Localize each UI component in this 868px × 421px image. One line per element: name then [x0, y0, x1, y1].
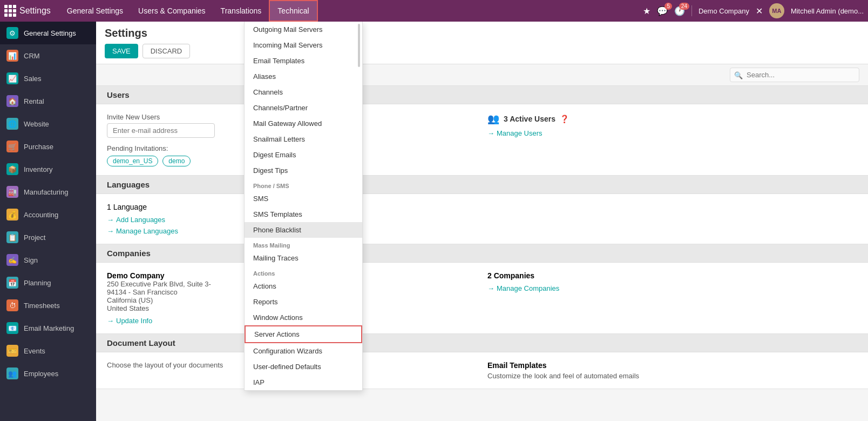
dropdown-user-defaults[interactable]: User-defined Defaults	[245, 359, 362, 375]
close-icon[interactable]: ✕	[756, 6, 763, 16]
dropdown-aliases[interactable]: Aliases	[245, 69, 362, 84]
star-icon[interactable]: ★	[643, 6, 650, 16]
clock-badge: 24	[679, 3, 689, 10]
dropdown-digest-tips[interactable]: Digest Tips	[245, 163, 362, 178]
clock-icon[interactable]: 🕐 24	[674, 6, 685, 16]
dropdown-reports[interactable]: Reports	[245, 294, 362, 310]
chat-badge: 5	[664, 3, 672, 10]
nav-technical[interactable]: Technical	[269, 0, 317, 22]
dropdown-window-actions[interactable]: Window Actions	[245, 310, 362, 325]
technical-dropdown: Outgoing Mail Servers Incoming Mail Serv…	[244, 22, 363, 391]
dropdown-overlay: Outgoing Mail Servers Incoming Mail Serv…	[0, 22, 868, 421]
dropdown-sms-templates[interactable]: SMS Templates	[245, 206, 362, 222]
navbar: Settings General Settings Users & Compan…	[0, 0, 868, 22]
navbar-menu: General Settings Users & Companies Trans…	[59, 0, 643, 22]
dropdown-iap[interactable]: IAP	[245, 375, 362, 390]
dropdown-channels[interactable]: Channels	[245, 84, 362, 100]
scroll-indicator	[358, 24, 360, 67]
nav-translations[interactable]: Translations	[213, 0, 269, 22]
divider	[691, 5, 692, 16]
nav-users-companies[interactable]: Users & Companies	[131, 0, 213, 22]
dropdown-mail-gateway[interactable]: Mail Gateway Allowed	[245, 116, 362, 131]
actions-section-label: Actions	[245, 266, 362, 278]
user-name: Mitchell Admin (demo...	[791, 7, 864, 15]
phone-sms-section-label: Phone / SMS	[245, 178, 362, 191]
navbar-brand[interactable]: Settings	[4, 5, 51, 17]
chat-icon[interactable]: 💬 5	[657, 6, 668, 16]
dropdown-digest-emails[interactable]: Digest Emails	[245, 147, 362, 163]
mass-mailing-section-label: Mass Mailing	[245, 238, 362, 250]
dropdown-phone-blacklist[interactable]: Phone Blacklist	[245, 222, 362, 238]
dropdown-mailing-traces[interactable]: Mailing Traces	[245, 250, 362, 266]
dropdown-server-actions[interactable]: Server Actions	[245, 325, 362, 343]
dropdown-actions[interactable]: Actions	[245, 278, 362, 294]
avatar[interactable]: MA	[769, 3, 784, 18]
nav-general-settings[interactable]: General Settings	[59, 0, 131, 22]
dropdown-snailmail[interactable]: Snailmail Letters	[245, 131, 362, 147]
company-name[interactable]: Demo Company	[699, 7, 749, 15]
app-name: Settings	[19, 6, 51, 16]
grid-icon	[4, 5, 16, 17]
dropdown-config-wizards[interactable]: Configuration Wizards	[245, 343, 362, 359]
dropdown-channels-partner[interactable]: Channels/Partner	[245, 100, 362, 116]
dropdown-email-templates[interactable]: Email Templates	[245, 53, 362, 69]
dropdown-incoming-mail[interactable]: Incoming Mail Servers	[245, 37, 362, 53]
dropdown-outgoing-mail[interactable]: Outgoing Mail Servers	[245, 22, 362, 37]
navbar-right: ★ 💬 5 🕐 24 Demo Company ✕ MA Mitchell Ad…	[643, 3, 864, 18]
dropdown-sms[interactable]: SMS	[245, 191, 362, 206]
